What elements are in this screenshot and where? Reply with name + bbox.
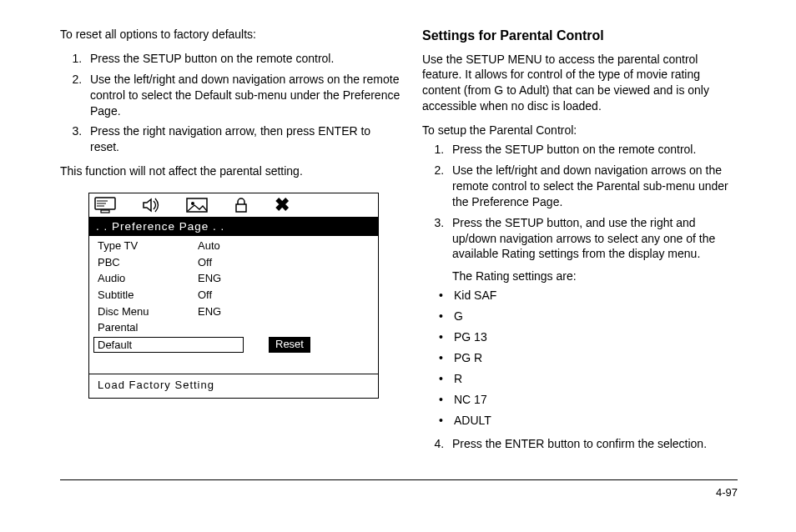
osd-row-value: Auto (198, 238, 220, 253)
svg-rect-4 (101, 210, 109, 213)
ratings-lead: The Rating settings are: (452, 269, 738, 284)
osd-row-value: ENG (198, 304, 221, 319)
osd-footer-text: Load Factory Setting (89, 374, 378, 398)
rating-item: NC 17 (454, 392, 738, 408)
osd-row-label: Disc Menu (98, 304, 198, 319)
ratings-list: Kid SAF G PG 13 PG R R NC 17 ADULT (452, 288, 738, 428)
osd-row-type-tv: Type TV Auto (89, 238, 378, 254)
osd-row-default-selected: Default Reset (89, 336, 378, 354)
reset-step-3: Press the right navigation arrow, then p… (85, 123, 401, 155)
svg-rect-5 (187, 198, 207, 212)
osd-title-bar: . . Preference Page . . (89, 218, 378, 236)
parental-intro: Use the SETUP MENU to access the parenta… (422, 52, 738, 115)
osd-row-value: ENG (198, 271, 221, 286)
osd-row-label: Parental (98, 320, 198, 335)
svg-rect-7 (236, 204, 246, 212)
parental-step-3: Press the SETUP button, and use the righ… (447, 215, 738, 429)
manual-page: To reset all options to factory defaults… (0, 0, 796, 532)
footer-rule (60, 479, 738, 480)
osd-row-subtitle: Subtitle Off (89, 287, 378, 304)
speaker-icon (141, 197, 161, 213)
rating-item: Kid SAF (454, 288, 738, 304)
osd-selected-value: Reset (269, 337, 310, 354)
osd-row-parental: Parental (89, 319, 378, 336)
parental-step-2: Use the left/right and down navigation a… (447, 163, 738, 210)
osd-selected-label: Default (93, 337, 244, 354)
screen-icon (94, 197, 116, 213)
lock-icon (233, 197, 249, 213)
parental-lead: To setup the Parental Control: (422, 123, 738, 138)
osd-row-label: PBC (98, 255, 198, 270)
osd-row-label: Audio (98, 271, 198, 286)
osd-row-value: Off (198, 288, 212, 303)
osd-row-value: Off (198, 255, 212, 270)
svg-point-6 (191, 202, 194, 205)
parental-steps: Press the SETUP button on the remote con… (422, 142, 738, 452)
parental-step-1: Press the SETUP button on the remote con… (447, 142, 738, 158)
reset-step-2: Use the left/right and down navigation a… (85, 72, 401, 119)
osd-row-audio: Audio ENG (89, 270, 378, 287)
osd-preference-page: ✖ . . Preference Page . . Type TV Auto P… (88, 193, 379, 399)
close-icon: ✖ (275, 196, 290, 214)
osd-spacer (89, 355, 378, 374)
osd-tab-icons: ✖ (89, 193, 378, 218)
rating-item: G (454, 309, 738, 324)
reset-note: This function will not affect the parent… (60, 163, 401, 179)
osd-row-pbc: PBC Off (89, 254, 378, 271)
parental-step-4: Press the ENTER button to confirm the se… (447, 436, 738, 452)
rating-item: R (454, 371, 738, 387)
rating-item: PG R (454, 350, 738, 366)
reset-steps: Press the SETUP button on the remote con… (60, 51, 401, 155)
reset-intro: To reset all options to factory defaults… (60, 27, 401, 43)
osd-row-disc-menu: Disc Menu ENG (89, 304, 378, 320)
rating-item: ADULT (454, 413, 738, 429)
osd-row-label: Type TV (98, 238, 198, 253)
osd-row-label: Subtitle (98, 288, 198, 303)
parental-heading: Settings for Parental Control (422, 27, 738, 45)
osd-rows: Type TV Auto PBC Off Audio ENG Subtitle … (89, 236, 378, 355)
photo-icon (186, 197, 208, 213)
left-column: To reset all options to factory defaults… (60, 27, 401, 399)
reset-step-1: Press the SETUP button on the remote con… (85, 51, 401, 67)
rating-item: PG 13 (454, 329, 738, 345)
parental-step-3-text: Press the SETUP button, and use the righ… (452, 216, 715, 261)
page-number: 4-97 (716, 485, 738, 500)
right-column: Settings for Parental Control Use the SE… (422, 27, 738, 460)
